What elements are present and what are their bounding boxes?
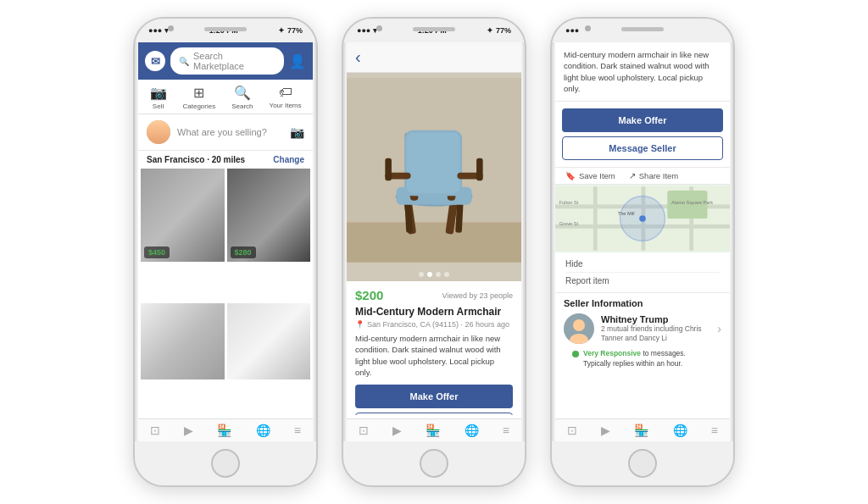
screen-1: ✉ 🔍 Search Marketplace 👤 📷 Sell ⊞ Catego…: [138, 42, 313, 441]
nav-sell-label: Sell: [153, 102, 164, 110]
bnav-play-3[interactable]: ▶: [601, 424, 610, 437]
search-box[interactable]: 🔍 Search Marketplace: [170, 47, 284, 75]
location-pin-icon: 📍: [355, 320, 364, 329]
map-area: Fulton St Grove St Alamo Square Park The…: [555, 185, 730, 252]
phone-bottom-2: [343, 441, 525, 485]
facebook-bar: ✉ 🔍 Search Marketplace 👤: [138, 42, 313, 80]
product-image: [347, 73, 521, 268]
view-count: Viewed by 23 people: [442, 291, 513, 300]
make-offer-button-3[interactable]: Make Offer: [562, 108, 723, 132]
screen-3: Mid-century modern armchair in like new …: [555, 42, 730, 441]
search-placeholder: Search Marketplace: [193, 51, 275, 71]
status-left-2: ●●● ▾: [357, 26, 377, 35]
dot-1: [419, 272, 424, 277]
camera-icon[interactable]: 📷: [290, 125, 304, 139]
sell-placeholder[interactable]: What are you selling?: [177, 127, 283, 137]
report-option[interactable]: Report item: [565, 273, 720, 289]
bnav-menu-3[interactable]: ≡: [711, 424, 718, 437]
price-row: $200 Viewed by 23 people: [355, 288, 513, 302]
seller-section-title: Seller Information: [564, 298, 721, 308]
battery-1: 77%: [287, 26, 303, 35]
product-title: Mid-Century Modern Armchair: [355, 306, 513, 318]
p3-description: Mid-century modern armchair in like new …: [555, 42, 730, 102]
scene: ●●● ▾ 1:20 PM ✦ 77% ✉ 🔍 Search Marketpla…: [0, 0, 868, 504]
bnav-play-2[interactable]: ▶: [392, 424, 402, 437]
status-right-2: ✦ 77%: [487, 26, 511, 35]
svg-text:The Mill: The Mill: [618, 211, 635, 216]
grid-item-sofa[interactable]: $450: [141, 169, 225, 262]
bnav-home-1[interactable]: ⊡: [150, 424, 160, 437]
nav-categories[interactable]: ⊞ Categories: [183, 85, 216, 110]
svg-rect-14: [385, 158, 392, 180]
phone-2: ●●● ▾ 1:20 PM ✦ 77% ‹: [342, 17, 526, 487]
seller-row[interactable]: Whitney Trump 2 mutual friends including…: [564, 313, 721, 344]
nav-sell[interactable]: 📷 Sell: [150, 85, 167, 110]
responsive-badge: Very Responsive to messages. Typically r…: [564, 344, 721, 374]
hide-option[interactable]: Hide: [565, 256, 720, 273]
grid-item-bike[interactable]: $280: [227, 169, 311, 262]
share-item-label: Share Item: [639, 171, 678, 180]
home-button-3[interactable]: [628, 449, 657, 478]
screen-2: ‹: [347, 42, 521, 441]
share-item-action[interactable]: ↗ Share Item: [629, 171, 678, 180]
sell-input-area: What are you selling? 📷: [138, 114, 313, 151]
message-seller-button-3[interactable]: Message Seller: [562, 136, 723, 160]
bnav-store-3[interactable]: 🏪: [634, 424, 648, 437]
bnav-home-2[interactable]: ⊡: [359, 424, 369, 437]
home-button-1[interactable]: [211, 449, 240, 478]
bnav-home-3[interactable]: ⊡: [567, 424, 577, 437]
nav-your-items-label: Your Items: [270, 102, 302, 109]
back-button[interactable]: ‹: [355, 47, 361, 67]
bnav-globe-2[interactable]: 🌐: [465, 424, 479, 437]
person-icon[interactable]: 👤: [289, 53, 306, 69]
chair-illustration: [347, 73, 521, 268]
make-offer-button-2[interactable]: Make Offer: [355, 385, 513, 408]
bnav-menu-1[interactable]: ≡: [294, 424, 301, 437]
p3-content: Mid-century modern armchair in like new …: [555, 42, 730, 441]
change-link[interactable]: Change: [273, 155, 304, 164]
signal-dots-2: ●●●: [357, 26, 370, 35]
seller-chevron-icon: ›: [717, 322, 721, 335]
bnav-menu-2[interactable]: ≡: [503, 424, 509, 437]
product-location-row: 📍 San Francisco, CA (94115) · 26 hours a…: [355, 320, 513, 329]
bnav-store-2[interactable]: 🏪: [426, 424, 440, 437]
status-right-1: ✦ 77%: [278, 26, 303, 35]
listing-grid: $450 $280: [138, 169, 313, 418]
phone-bottom-3: [552, 441, 733, 485]
product-location: San Francisco, CA (94115) · 26 hours ago: [367, 320, 509, 329]
seller-info: Whitney Trump 2 mutual friends including…: [601, 314, 710, 343]
camera-1: [168, 25, 174, 31]
signal-3: ●●●: [565, 26, 579, 35]
bnav-globe-1[interactable]: 🌐: [256, 424, 270, 437]
top-nav: 📷 Sell ⊞ Categories 🔍 Search 🏷 Your Item…: [138, 80, 313, 114]
bnav-play-1[interactable]: ▶: [184, 424, 193, 437]
svg-point-24: [639, 215, 646, 222]
grid-item-lamp[interactable]: [141, 303, 225, 379]
location-bar: San Francisco · 20 miles Change: [138, 151, 313, 169]
message-seller-button-2[interactable]: Message Seller: [355, 413, 513, 415]
phone-3: ●●● Mid-century modern armchair in like …: [550, 17, 735, 487]
save-item-label: Save Item: [579, 171, 615, 180]
product-description: Mid-century modern armchair in like new …: [355, 333, 513, 378]
bottom-nav-3: ⊡ ▶ 🏪 🌐 ≡: [555, 418, 730, 441]
product-price: $200: [355, 288, 383, 302]
grid-item-table[interactable]: [227, 303, 311, 379]
bnav-store-1[interactable]: 🏪: [217, 424, 231, 437]
save-item-action[interactable]: 🔖 Save Item: [565, 171, 615, 180]
phone-bottom-1: [135, 441, 316, 485]
bnav-globe-3[interactable]: 🌐: [673, 424, 687, 437]
nav-your-items[interactable]: 🏷 Your Items: [270, 85, 302, 110]
home-button-2[interactable]: [420, 449, 448, 478]
map-svg: Fulton St Grove St Alamo Square Park The…: [555, 185, 730, 252]
dot-2: [427, 272, 432, 277]
camera-2: [376, 25, 382, 31]
nav-search-label: Search: [231, 102, 253, 110]
messenger-icon[interactable]: ✉: [145, 51, 165, 71]
bluetooth-icon: ✦: [278, 26, 285, 35]
price-bike: $280: [231, 246, 256, 258]
camera-nav-icon: 📷: [150, 85, 167, 101]
nav-search[interactable]: 🔍 Search: [231, 85, 253, 110]
dot-3: [436, 272, 441, 277]
speaker-2: [413, 27, 455, 31]
seller-avatar-svg: [564, 313, 594, 344]
